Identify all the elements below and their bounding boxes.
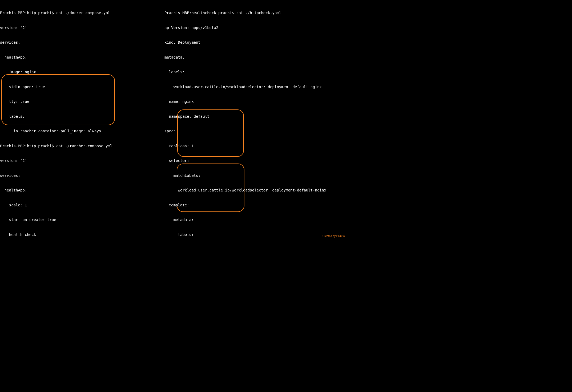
output-line: healthApp: xyxy=(0,55,164,60)
output-line: name: nginx xyxy=(164,99,347,104)
prompt-line: Prachis-MBP:healthcheck prachi$ cat ./ht… xyxy=(164,10,347,15)
output-line: template: xyxy=(164,203,347,208)
watermark-label: Created by Paint X xyxy=(323,234,345,239)
output-line: workload.user.cattle.io/workloadselector… xyxy=(164,188,347,193)
output-line: version: '2' xyxy=(0,158,164,163)
output-line: labels: xyxy=(0,114,164,119)
output-line: services: xyxy=(0,173,164,178)
output-line: tty: true xyxy=(0,99,164,104)
output-line: kind: Deployment xyxy=(164,40,347,45)
output-line: start_on_create: true xyxy=(0,217,164,222)
output-line: replicas: 1 xyxy=(164,144,347,149)
terminal-left[interactable]: Prachis-MBP:http prachi$ cat ./docker-co… xyxy=(0,0,164,240)
output-line: image: nginx xyxy=(0,70,164,75)
output-line: labels: xyxy=(164,232,347,237)
output-line: metadata: xyxy=(164,55,347,60)
output-line: health_check: xyxy=(0,232,164,237)
output-line: services: xyxy=(0,40,164,45)
output-line: apiVersion: apps/v1beta2 xyxy=(164,25,347,30)
output-line: spec: xyxy=(164,129,347,134)
output-line: labels: xyxy=(164,70,347,75)
output-line: scale: 1 xyxy=(0,203,164,208)
prompt-line: Prachis-MBP:http prachi$ cat ./docker-co… xyxy=(0,10,164,15)
output-line: stdin_open: true xyxy=(0,84,164,89)
output-line: version: '2' xyxy=(0,25,164,30)
terminal-right[interactable]: Prachis-MBP:healthcheck prachi$ cat ./ht… xyxy=(164,0,347,240)
output-line: io.rancher.container.pull_image: always xyxy=(0,129,164,134)
output-line: namespace: default xyxy=(164,114,347,119)
output-line: workload.user.cattle.io/workloadselector… xyxy=(164,84,347,89)
output-line: metadata: xyxy=(164,217,347,222)
output-line: healthApp: xyxy=(0,188,164,193)
output-line: selector: xyxy=(164,158,347,163)
prompt-line: Prachis-MBP:http prachi$ cat ./rancher-c… xyxy=(0,144,164,149)
output-line: matchLabels: xyxy=(164,173,347,178)
